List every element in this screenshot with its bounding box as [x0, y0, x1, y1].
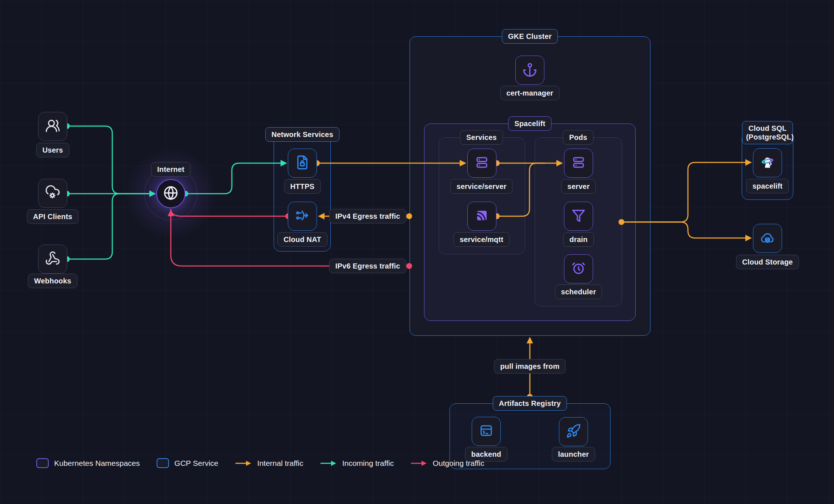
network-services-title: Network Services — [265, 127, 339, 142]
legend-kubernetes-namespaces: Kubernetes Namespaces — [36, 458, 140, 468]
arrow-into-cloud-storage — [745, 235, 752, 241]
edge-pods-cloudsql — [621, 162, 745, 222]
arrow-into-internet-bottom — [168, 210, 174, 216]
webhooks-label: Webhooks — [28, 274, 77, 288]
drain-node[interactable] — [564, 202, 593, 231]
edge-internet-https — [185, 163, 281, 194]
legend-internal-traffic: Internal traffic — [235, 459, 303, 468]
artifacts-registry-title: Artifacts Registry — [493, 396, 567, 411]
edge-cloudnat-internet — [171, 209, 288, 216]
api-clients-node[interactable] — [38, 179, 67, 208]
legend-gcp-service: GCP Service — [157, 458, 218, 468]
anchor-icon — [522, 62, 537, 78]
service-server-node[interactable] — [467, 149, 496, 178]
launcher-node[interactable] — [559, 417, 588, 446]
service-server-label: service/server — [450, 179, 512, 194]
cloud-gear-icon — [45, 185, 60, 202]
launcher-label: launcher — [552, 447, 595, 461]
webhook-icon — [45, 251, 60, 267]
https-label: HTTPS — [284, 179, 321, 194]
scheduler-node[interactable] — [564, 254, 593, 283]
ipv4-egress-label: IPv4 Egress traffic — [329, 209, 406, 223]
edge-webhooks-internet — [67, 194, 120, 259]
edge-pods-cloudstorage — [621, 222, 745, 238]
dot-gke-ipv6 — [406, 263, 412, 269]
https-node[interactable] — [288, 149, 317, 178]
arrow-into-internet — [149, 190, 156, 197]
arrow-into-spacelift-db — [745, 159, 752, 166]
drain-label: drain — [563, 232, 594, 247]
service-mqtt-label: service/mqtt — [454, 232, 509, 247]
legend-incoming-traffic: Incoming traffic — [320, 459, 394, 468]
legend-label: Kubernetes Namespaces — [54, 459, 140, 468]
internet-node[interactable] — [156, 179, 185, 208]
backend-node[interactable] — [472, 417, 501, 446]
arrow-into-cloud-nat — [318, 213, 325, 219]
terminal-window-icon — [479, 423, 494, 440]
legend-label: Incoming traffic — [342, 459, 394, 468]
arrow-into-service-server — [460, 160, 466, 166]
scheduler-label: scheduler — [555, 285, 602, 299]
internal-traffic-arrow-icon — [235, 460, 252, 467]
mqtt-icon — [474, 208, 489, 225]
internet-label: Internet — [151, 162, 191, 177]
legend: Kubernetes Namespaces GCP Service Intern… — [36, 458, 484, 468]
dot-pods-out — [619, 219, 624, 225]
incoming-traffic-arrow-icon — [320, 460, 337, 467]
users-label: Users — [36, 143, 69, 157]
arrow-into-https — [281, 160, 287, 166]
arrow-into-server — [556, 160, 563, 166]
webhooks-node[interactable] — [38, 245, 67, 274]
alarm-clock-icon — [571, 261, 586, 277]
cloud-storage-label: Cloud Storage — [736, 255, 799, 269]
server-node[interactable] — [564, 149, 593, 178]
server-label: server — [561, 179, 596, 194]
edge-users-internet — [67, 126, 149, 194]
edges-layer — [0, 0, 834, 504]
arrow-into-gke — [527, 337, 533, 343]
gke-cluster-title: GKE Cluster — [502, 29, 558, 44]
spacelift-mascot-icon — [760, 154, 775, 171]
rocket-icon — [566, 423, 581, 440]
server-icon — [571, 155, 586, 172]
ipv6-egress-label: IPv6 Egress traffic — [329, 259, 406, 273]
spacelift-db-label: spacelift — [746, 179, 789, 193]
kubernetes-namespace-swatch — [36, 458, 49, 468]
pods-title: Pods — [563, 130, 593, 145]
nat-icon — [295, 208, 310, 225]
cloud-storage-node[interactable] — [753, 224, 782, 253]
gcp-service-swatch — [157, 458, 169, 468]
legend-label: Internal traffic — [257, 459, 303, 468]
cloud-nat-node[interactable] — [288, 202, 317, 231]
spacelift-db-node[interactable] — [753, 148, 782, 177]
dot-gke-ipv4 — [406, 213, 412, 219]
globe-icon — [163, 185, 179, 202]
legend-outgoing-traffic: Outgoing traffic — [411, 459, 484, 468]
server-icon — [474, 155, 489, 172]
cert-manager-node[interactable] — [515, 56, 544, 85]
funnel-icon — [571, 208, 586, 225]
users-icon — [45, 118, 60, 135]
spacelift-title: Spacelift — [508, 116, 551, 131]
pull-images-label: pull images from — [494, 359, 565, 374]
api-clients-label: API Clients — [27, 209, 78, 224]
file-lock-icon — [295, 155, 310, 172]
service-mqtt-node[interactable] — [467, 202, 496, 231]
cloud-nat-label: Cloud NAT — [277, 232, 327, 247]
outgoing-traffic-arrow-icon — [411, 460, 427, 467]
legend-label: Outgoing traffic — [433, 459, 484, 468]
legend-label: GCP Service — [174, 459, 218, 468]
cloud-sql-title: Cloud SQL (PostgreSQL) — [742, 121, 793, 144]
users-node[interactable] — [38, 112, 67, 141]
services-title: Services — [460, 130, 503, 145]
cloud-database-icon — [760, 230, 775, 247]
cert-manager-label: cert-manager — [500, 86, 559, 100]
